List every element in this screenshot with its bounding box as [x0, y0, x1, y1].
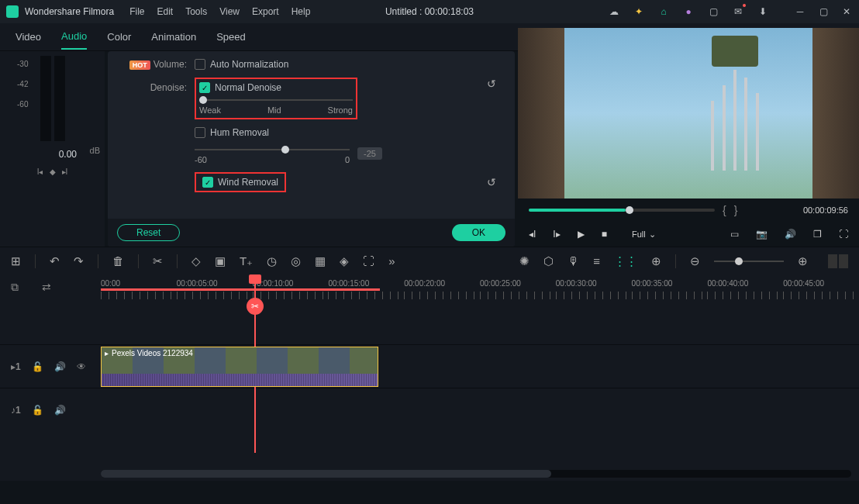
- meter-key-icon[interactable]: ◆: [50, 167, 56, 176]
- mixer-icon[interactable]: ≡: [593, 254, 600, 268]
- stop-button[interactable]: ■: [602, 229, 607, 240]
- maximize-button[interactable]: ▢: [817, 5, 830, 18]
- menu-view[interactable]: View: [219, 6, 240, 17]
- step-back-button[interactable]: ◂I: [529, 229, 536, 240]
- mark-out-icon[interactable]: }: [734, 204, 738, 216]
- meter-prev-icon[interactable]: I◂: [37, 167, 43, 176]
- ruler-link-icon[interactable]: ⇄: [42, 281, 51, 294]
- minimize-button[interactable]: ─: [794, 5, 806, 18]
- document-title: Untitled : 00:00:18:03: [385, 6, 474, 17]
- ok-button[interactable]: OK: [452, 224, 505, 241]
- tab-video[interactable]: Video: [16, 25, 41, 49]
- auto-norm-checkbox[interactable]: [195, 59, 205, 70]
- panels-icon[interactable]: ⊞: [11, 254, 21, 268]
- menu-edit[interactable]: Edit: [157, 6, 174, 17]
- fullscreen-icon[interactable]: ⛶: [839, 229, 848, 240]
- wind-checkbox[interactable]: ✓: [202, 177, 213, 188]
- cloud-icon[interactable]: ☁: [608, 5, 620, 18]
- vtrack-mute-icon[interactable]: 🔊: [54, 361, 66, 372]
- volume-icon[interactable]: 🔊: [785, 229, 796, 240]
- mic-icon[interactable]: 🎙: [567, 254, 579, 268]
- color-icon[interactable]: ◎: [291, 254, 301, 268]
- more-icon[interactable]: »: [388, 254, 395, 268]
- menu-export[interactable]: Export: [252, 6, 279, 17]
- play-button[interactable]: ▶: [578, 229, 585, 240]
- audio-controls-panel: HOTVolume: Auto Normalization Denoise: ✓…: [108, 51, 515, 247]
- screen-icon[interactable]: ▭: [730, 229, 739, 240]
- video-track-1: ▸1 🔓 🔊 👁 ▸Pexels Videos 2122934: [0, 344, 859, 388]
- tag-icon[interactable]: ◇: [191, 254, 201, 268]
- tab-animation[interactable]: Animation: [151, 25, 196, 49]
- mail-icon[interactable]: ✉: [732, 5, 744, 18]
- meter-scale-42: -42: [17, 74, 28, 95]
- bulb-icon[interactable]: ✦: [633, 5, 645, 18]
- meter-next-icon[interactable]: ▸I: [62, 167, 68, 176]
- denoise-mid: Mid: [267, 105, 281, 115]
- wind-highlight: ✓ Wind Removal: [195, 172, 286, 192]
- menu-tools[interactable]: Tools: [185, 6, 207, 17]
- playhead-scissors-icon[interactable]: ✂: [247, 298, 264, 315]
- atrack-mute-icon[interactable]: 🔊: [54, 405, 66, 416]
- zoom-slider[interactable]: [714, 261, 784, 262]
- atrack-icon[interactable]: ♪1: [11, 405, 21, 416]
- snapshot-icon[interactable]: 📷: [756, 229, 768, 240]
- atrack-lock-icon[interactable]: 🔓: [32, 405, 43, 416]
- close-button[interactable]: ✕: [840, 5, 853, 18]
- track-size-icon[interactable]: [828, 254, 848, 268]
- tab-audio[interactable]: Audio: [61, 24, 87, 50]
- menu-help[interactable]: Help: [292, 6, 311, 17]
- stepframe-back-button[interactable]: I▸: [553, 229, 560, 240]
- speed-icon[interactable]: ◷: [267, 254, 277, 268]
- hum-label: Hum Removal: [210, 127, 269, 138]
- crop-icon[interactable]: ▣: [215, 254, 226, 268]
- cut-icon[interactable]: ✂: [153, 254, 163, 268]
- magnet-icon[interactable]: ✺: [519, 254, 530, 268]
- delete-icon[interactable]: 🗑: [112, 254, 124, 268]
- denoise-row: Denoise: ✓ Normal Denoise Weak Mid Stron…: [126, 78, 496, 119]
- shield-icon[interactable]: ⬡: [543, 254, 554, 268]
- expand-icon[interactable]: ⛶: [363, 254, 374, 268]
- marker-add-icon[interactable]: ⋮⋮: [614, 254, 637, 268]
- hum-checkbox[interactable]: [195, 127, 205, 138]
- redo-icon[interactable]: ↷: [74, 254, 84, 268]
- clip-play-icon: ▸: [105, 349, 109, 357]
- pip-icon[interactable]: ❐: [813, 229, 822, 240]
- hum-slider[interactable]: [195, 149, 350, 150]
- time-ruler[interactable]: ⧉ ⇄ 00:00 00:00:05:00 00:00:10:00 00:00:…: [0, 274, 859, 306]
- zoom-out-icon[interactable]: ⊖: [690, 254, 700, 268]
- mark-in-icon[interactable]: {: [723, 204, 726, 216]
- add-marker-icon[interactable]: ⊕: [651, 254, 661, 268]
- tab-color[interactable]: Color: [107, 25, 131, 49]
- ruler-tick: 00:00:40:00: [707, 279, 783, 288]
- denoise-reset-icon[interactable]: ↺: [487, 78, 496, 90]
- text-icon[interactable]: T₊: [240, 254, 253, 268]
- quality-dropdown[interactable]: Full ⌄: [632, 230, 656, 240]
- preview-scrubber[interactable]: [529, 209, 715, 212]
- work-area-bar[interactable]: [101, 288, 380, 291]
- vtrack-lock-icon[interactable]: 🔓: [32, 361, 43, 372]
- timeline-scrollbar[interactable]: [101, 470, 851, 478]
- video-clip[interactable]: ▸Pexels Videos 2122934: [101, 347, 378, 387]
- download-icon[interactable]: ⬇: [757, 5, 769, 18]
- menu-file[interactable]: File: [129, 6, 144, 17]
- undo-icon[interactable]: ↶: [50, 254, 60, 268]
- ruler-tick: 00:00:20:00: [404, 279, 480, 288]
- sphere-icon[interactable]: ●: [682, 5, 695, 18]
- preview-timecode: 00:00:09:56: [803, 205, 848, 215]
- headphones-icon[interactable]: ⌂: [657, 5, 670, 18]
- reset-button[interactable]: Reset: [117, 224, 180, 241]
- volume-label: Volume:: [154, 59, 187, 70]
- normal-denoise-checkbox[interactable]: ✓: [199, 82, 210, 93]
- denoise-slider[interactable]: [199, 99, 353, 101]
- keyframe-icon[interactable]: ◈: [340, 254, 349, 268]
- vtrack-eye-icon[interactable]: 👁: [77, 361, 86, 372]
- ruler-copy-icon[interactable]: ⧉: [11, 281, 19, 294]
- wind-reset-icon[interactable]: ↺: [487, 176, 496, 188]
- tab-speed[interactable]: Speed: [216, 25, 246, 49]
- vtrack-icon[interactable]: ▸1: [11, 361, 21, 372]
- volume-row: HOTVolume: Auto Normalization: [126, 59, 496, 70]
- zoom-in-icon[interactable]: ⊕: [798, 254, 808, 268]
- save-icon[interactable]: ▢: [707, 5, 719, 18]
- greenscreen-icon[interactable]: ▦: [315, 254, 326, 268]
- meter-value: 0.00: [6, 149, 98, 160]
